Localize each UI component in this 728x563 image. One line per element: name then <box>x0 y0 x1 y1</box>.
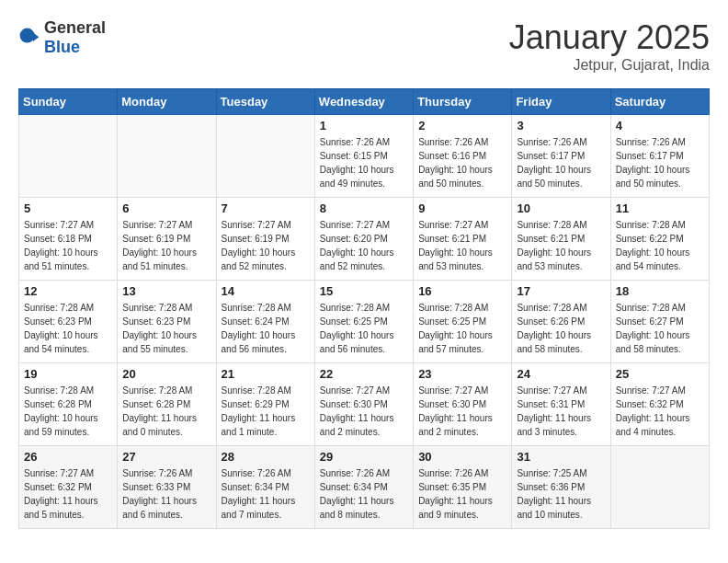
day-number: 3 <box>517 119 605 132</box>
svg-marker-1 <box>33 32 39 41</box>
day-cell: 20Sunrise: 7:28 AM Sunset: 6:28 PM Dayli… <box>118 363 216 446</box>
day-cell <box>610 446 709 529</box>
logo-icon <box>18 27 40 49</box>
weekday-header-thursday: Thursday <box>414 89 512 115</box>
day-number: 27 <box>122 450 210 464</box>
day-info: Sunrise: 7:26 AM Sunset: 6:33 PM Dayligh… <box>122 466 210 522</box>
day-cell: 13Sunrise: 7:28 AM Sunset: 6:23 PM Dayli… <box>118 281 216 363</box>
day-cell: 27Sunrise: 7:26 AM Sunset: 6:33 PM Dayli… <box>118 446 216 529</box>
weekday-header-friday: Friday <box>512 89 610 115</box>
day-number: 23 <box>418 367 506 381</box>
day-info: Sunrise: 7:28 AM Sunset: 6:29 PM Dayligh… <box>222 384 310 439</box>
day-number: 2 <box>418 119 506 132</box>
day-cell: 28Sunrise: 7:26 AM Sunset: 6:34 PM Dayli… <box>216 446 314 529</box>
day-info: Sunrise: 7:27 AM Sunset: 6:19 PM Dayligh… <box>222 218 310 273</box>
day-cell: 6Sunrise: 7:27 AM Sunset: 6:19 PM Daylig… <box>118 198 216 281</box>
day-number: 8 <box>320 201 408 215</box>
day-number: 4 <box>616 119 704 132</box>
day-number: 19 <box>24 367 112 381</box>
day-number: 28 <box>222 450 310 464</box>
weekday-header-wednesday: Wednesday <box>314 89 413 115</box>
title-block: January 2025 Jetpur, Gujarat, India <box>509 18 710 74</box>
day-cell: 16Sunrise: 7:28 AM Sunset: 6:25 PM Dayli… <box>414 281 512 363</box>
day-number: 1 <box>320 119 408 132</box>
day-info: Sunrise: 7:26 AM Sunset: 6:34 PM Dayligh… <box>222 466 310 522</box>
day-info: Sunrise: 7:28 AM Sunset: 6:25 PM Dayligh… <box>320 301 408 356</box>
weekday-header-sunday: Sunday <box>19 89 118 115</box>
day-number: 30 <box>418 450 506 464</box>
day-number: 22 <box>320 367 408 381</box>
day-number: 17 <box>517 284 605 298</box>
day-cell: 17Sunrise: 7:28 AM Sunset: 6:26 PM Dayli… <box>512 281 610 363</box>
day-number: 15 <box>320 284 408 298</box>
day-cell: 19Sunrise: 7:28 AM Sunset: 6:28 PM Dayli… <box>19 363 118 446</box>
logo-general: General <box>44 18 106 37</box>
day-number: 31 <box>517 450 605 464</box>
day-info: Sunrise: 7:27 AM Sunset: 6:18 PM Dayligh… <box>24 218 112 273</box>
day-number: 9 <box>418 201 506 215</box>
day-cell: 1Sunrise: 7:26 AM Sunset: 6:15 PM Daylig… <box>314 115 413 198</box>
day-number: 25 <box>616 367 704 381</box>
day-cell <box>118 115 216 198</box>
week-row-4: 26Sunrise: 7:27 AM Sunset: 6:32 PM Dayli… <box>19 446 710 529</box>
month-title: January 2025 <box>509 18 710 57</box>
weekday-header-monday: Monday <box>118 89 216 115</box>
day-cell: 5Sunrise: 7:27 AM Sunset: 6:18 PM Daylig… <box>19 198 118 281</box>
day-cell: 12Sunrise: 7:28 AM Sunset: 6:23 PM Dayli… <box>19 281 118 363</box>
day-cell: 23Sunrise: 7:27 AM Sunset: 6:30 PM Dayli… <box>414 363 512 446</box>
day-number: 13 <box>122 284 210 298</box>
day-cell: 18Sunrise: 7:28 AM Sunset: 6:27 PM Dayli… <box>610 281 709 363</box>
day-info: Sunrise: 7:28 AM Sunset: 6:25 PM Dayligh… <box>418 301 506 356</box>
day-cell: 29Sunrise: 7:26 AM Sunset: 6:34 PM Dayli… <box>314 446 413 529</box>
day-cell: 11Sunrise: 7:28 AM Sunset: 6:22 PM Dayli… <box>610 198 709 281</box>
day-cell: 25Sunrise: 7:27 AM Sunset: 6:32 PM Dayli… <box>610 363 709 446</box>
calendar: SundayMondayTuesdayWednesdayThursdayFrid… <box>18 88 710 529</box>
day-number: 29 <box>320 450 408 464</box>
location: Jetpur, Gujarat, India <box>509 57 710 74</box>
weekday-header-tuesday: Tuesday <box>216 89 314 115</box>
weekday-header-row: SundayMondayTuesdayWednesdayThursdayFrid… <box>19 89 710 115</box>
svg-point-0 <box>20 29 35 43</box>
day-number: 11 <box>616 201 704 215</box>
day-info: Sunrise: 7:27 AM Sunset: 6:30 PM Dayligh… <box>320 384 408 439</box>
day-info: Sunrise: 7:26 AM Sunset: 6:17 PM Dayligh… <box>616 135 704 190</box>
day-number: 14 <box>222 284 310 298</box>
day-info: Sunrise: 7:28 AM Sunset: 6:22 PM Dayligh… <box>616 218 704 273</box>
day-cell: 15Sunrise: 7:28 AM Sunset: 6:25 PM Dayli… <box>314 281 413 363</box>
day-info: Sunrise: 7:28 AM Sunset: 6:28 PM Dayligh… <box>24 384 112 439</box>
day-info: Sunrise: 7:27 AM Sunset: 6:32 PM Dayligh… <box>616 384 704 439</box>
day-number: 16 <box>418 284 506 298</box>
day-cell: 10Sunrise: 7:28 AM Sunset: 6:21 PM Dayli… <box>512 198 610 281</box>
day-number: 6 <box>122 201 210 215</box>
day-info: Sunrise: 7:27 AM Sunset: 6:31 PM Dayligh… <box>517 384 605 439</box>
day-cell <box>216 115 314 198</box>
day-cell: 22Sunrise: 7:27 AM Sunset: 6:30 PM Dayli… <box>314 363 413 446</box>
day-cell: 8Sunrise: 7:27 AM Sunset: 6:20 PM Daylig… <box>314 198 413 281</box>
day-number: 24 <box>517 367 605 381</box>
day-number: 18 <box>616 284 704 298</box>
day-number: 7 <box>222 201 310 215</box>
day-info: Sunrise: 7:26 AM Sunset: 6:16 PM Dayligh… <box>418 135 506 190</box>
day-cell: 7Sunrise: 7:27 AM Sunset: 6:19 PM Daylig… <box>216 198 314 281</box>
day-info: Sunrise: 7:27 AM Sunset: 6:19 PM Dayligh… <box>122 218 210 273</box>
day-info: Sunrise: 7:25 AM Sunset: 6:36 PM Dayligh… <box>517 466 605 522</box>
day-info: Sunrise: 7:27 AM Sunset: 6:21 PM Dayligh… <box>418 218 506 273</box>
day-cell: 3Sunrise: 7:26 AM Sunset: 6:17 PM Daylig… <box>512 115 610 198</box>
day-cell: 4Sunrise: 7:26 AM Sunset: 6:17 PM Daylig… <box>610 115 709 198</box>
day-cell: 31Sunrise: 7:25 AM Sunset: 6:36 PM Dayli… <box>512 446 610 529</box>
logo-blue: Blue <box>44 38 80 56</box>
day-info: Sunrise: 7:28 AM Sunset: 6:21 PM Dayligh… <box>517 218 605 273</box>
day-info: Sunrise: 7:26 AM Sunset: 6:17 PM Dayligh… <box>517 135 605 190</box>
day-cell: 2Sunrise: 7:26 AM Sunset: 6:16 PM Daylig… <box>414 115 512 198</box>
day-info: Sunrise: 7:28 AM Sunset: 6:23 PM Dayligh… <box>24 301 112 356</box>
week-row-2: 12Sunrise: 7:28 AM Sunset: 6:23 PM Dayli… <box>19 281 710 363</box>
day-cell <box>19 115 118 198</box>
week-row-3: 19Sunrise: 7:28 AM Sunset: 6:28 PM Dayli… <box>19 363 710 446</box>
day-cell: 24Sunrise: 7:27 AM Sunset: 6:31 PM Dayli… <box>512 363 610 446</box>
day-number: 26 <box>24 450 112 464</box>
day-info: Sunrise: 7:26 AM Sunset: 6:34 PM Dayligh… <box>320 466 408 522</box>
header: General Blue January 2025 Jetpur, Gujara… <box>18 18 710 74</box>
day-info: Sunrise: 7:26 AM Sunset: 6:35 PM Dayligh… <box>418 466 506 522</box>
day-number: 21 <box>222 367 310 381</box>
day-info: Sunrise: 7:28 AM Sunset: 6:27 PM Dayligh… <box>616 301 704 356</box>
